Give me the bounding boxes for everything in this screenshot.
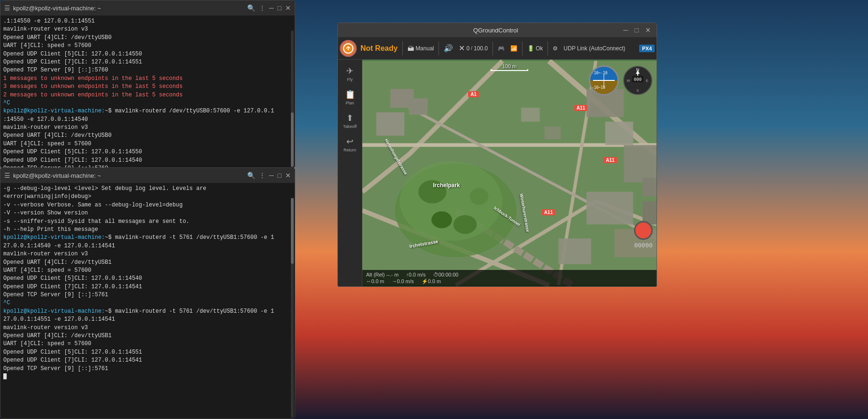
terminal-1-line-6: Opened UDP Client [7]CLI: 127.0.0.1:1455… — [3, 58, 292, 66]
waypoint-a11-2[interactable]: A11 — [603, 157, 617, 163]
qgc-sidebar: ✈ Fly 📋 Plan ⬆ Takeoff ↩ Return — [338, 60, 362, 286]
terminal-1-menu-btn[interactable]: ⋮ — [259, 4, 266, 12]
terminal-2-close-btn[interactable]: ✕ — [285, 172, 291, 179]
terminal-2-line-20: UART [4]CLI: speed = 57600 — [3, 340, 292, 348]
terminal-1-scrollbar-thumb[interactable] — [291, 112, 294, 167]
sidebar-plan-btn[interactable]: 📋 Plan — [340, 87, 360, 108]
terminal-2-line-4: -V --version Show version — [3, 209, 292, 217]
qgc-toolbar: Not Ready 🏔 Manual 🔊 ✕ 0 / 100.0 🎮 📶 — [338, 37, 657, 60]
flight-mode-label: Manual — [415, 45, 434, 52]
terminal-2-line-8: 27.0.0.1:14540 -e 127.0.0.1:14541 — [3, 242, 292, 250]
terminal-2-line-6: -h --help Print this message — [3, 226, 292, 234]
terminal-window-1: ☰ kpollz@kpollz-virtual-machine: ~ 🔍 ⋮ ─… — [0, 0, 295, 168]
terminal-2-minimize-btn[interactable]: ─ — [269, 172, 274, 179]
sidebar-return-btn[interactable]: ↩ Return — [340, 134, 360, 155]
plan-label: Plan — [345, 101, 354, 105]
terminal-2-line-13: Opened UDP Client [7]CLI: 127.0.0.1:1454… — [3, 283, 292, 291]
terminal-1-title: kpollz@kpollz-virtual-machine: ~ — [13, 5, 101, 12]
qgc-logo[interactable] — [340, 40, 357, 57]
messages-icon: ✕ — [459, 44, 465, 53]
terminal-2-line-23: Opened TCP Server [9] [::]:5761 — [3, 365, 292, 373]
sidebar-fly-btn[interactable]: ✈ Fly — [340, 63, 360, 84]
terminal-1-close-btn[interactable]: ✕ — [285, 4, 291, 12]
terminal-2-line-19: Opened UART [4]CLI: /dev/ttyUSB1 — [3, 332, 292, 340]
record-button[interactable] — [634, 221, 653, 240]
terminal-2-line-16: kpollz@kpollz-virtual-machine:~$ mavlink… — [3, 308, 292, 316]
terminal-1-line-3: Opened UART [4]CLI: /dev/ttyUSB0 — [3, 34, 292, 42]
svg-rect-17 — [376, 112, 405, 136]
takeoff-icon: ⬆ — [346, 113, 353, 123]
telemetry-item[interactable]: 📶 — [508, 44, 519, 53]
rc-icon: 🎮 — [498, 45, 505, 52]
svg-point-6 — [470, 188, 489, 205]
terminal-1-maximize-btn[interactable]: □ — [278, 4, 282, 12]
qgc-logo-icon — [343, 43, 354, 54]
terminal-2-search-icon[interactable]: 🔍 — [247, 172, 255, 179]
map-scale-bar — [491, 69, 528, 71]
svg-text:E: E — [646, 79, 648, 83]
terminal-1-search-icon[interactable]: 🔍 — [247, 4, 255, 12]
terminal-1-line-10: 2 messages to unknown endpoints in the l… — [3, 91, 292, 99]
terminal-1-line-18: Opened UDP Client [7]CLI: 127.0.0.1:1454… — [3, 157, 292, 165]
qgc-window: QGroundControl ─ □ ✕ Not Ready 🏔 Manual — [337, 23, 657, 287]
terminal-1-line-1: .1:14550 -e 127.0.0.1:14551 — [3, 17, 292, 25]
terminal-1-line-13: :14550 -e 127.0.0.1:14540 — [3, 116, 292, 124]
airspeed: →0.0 m/s — [392, 278, 414, 285]
qgc-close-btn[interactable]: ✕ — [643, 26, 653, 34]
terminal-2-maximize-btn[interactable]: □ — [278, 172, 282, 179]
toolbar-sep-1 — [402, 41, 403, 55]
toolbar-sep-3 — [493, 41, 493, 55]
terminal-2-scrollbar[interactable] — [291, 198, 294, 418]
qgc-minimize-btn[interactable]: ─ — [622, 26, 630, 34]
terminal-2-menu-btn[interactable]: ⋮ — [259, 172, 266, 179]
terminal-2-line-15: ^C — [3, 299, 292, 307]
manual-mode-item[interactable]: 🏔 Manual — [406, 44, 436, 53]
terminal-2-cursor: █ — [3, 373, 292, 381]
signal-bars-icon: 📶 — [510, 45, 517, 52]
waypoint-a1[interactable]: A1 — [468, 91, 479, 97]
attitude-indicator: -10~-10 -10~10 — [589, 65, 619, 95]
sidebar-takeoff-btn[interactable]: ⬆ Takeoff — [340, 111, 360, 131]
terminal-2-body: -g --debug-log-level <level> Set debug l… — [0, 183, 295, 419]
terminal-1-line-7: Opened TCP Server [9] [::]:5760 — [3, 66, 292, 74]
svg-rect-18 — [409, 98, 428, 115]
terminal-1-line-9: 3 messages to unknown endpoints in the l… — [3, 83, 292, 91]
volume-item[interactable]: 🔊 — [442, 43, 455, 54]
terminal-window-2: ☰ kpollz@kpollz-virtual-machine: ~ 🔍 ⋮ ─… — [0, 167, 295, 419]
svg-text:000: 000 — [634, 77, 641, 82]
terminal-1-scrollbar[interactable] — [291, 31, 294, 167]
terminal-2-scrollbar-thumb[interactable] — [291, 198, 294, 264]
udp-link-item[interactable]: UDP Link (AutoConnect) — [562, 44, 627, 53]
terminal-2-line-9: mavlink-router version v3 — [3, 250, 292, 258]
messages-pct: / — [471, 46, 472, 51]
terminal-2-titlebar-left: ☰ kpollz@kpollz-virtual-machine: ~ — [4, 172, 101, 179]
terminal-2-line-10: Opened UART [4]CLI: /dev/ttyUSB1 — [3, 259, 292, 267]
battery-item[interactable]: 🔋 Ok — [525, 44, 545, 53]
rc-signal-item[interactable]: 🎮 — [496, 44, 507, 53]
not-ready-button[interactable]: Not Ready — [359, 44, 399, 53]
terminal-2-line-2: <error|warning|info|debug> — [3, 193, 292, 201]
qgc-content: ✈ Fly 📋 Plan ⬆ Takeoff ↩ Return — [338, 60, 657, 286]
terminal-1-line-8: 1 messages to unknown endpoints in the l… — [3, 75, 292, 83]
terminal-1-line-15: Opened UART [4]CLI: /dev/ttyUSB0 — [3, 132, 292, 140]
terminal-1-menu-icon[interactable]: ☰ — [4, 4, 10, 12]
messages-count: 0 — [466, 45, 469, 52]
terminal-1-line-17: Opened UDP Client [5]CLI: 127.0.0.1:1455… — [3, 148, 292, 156]
terminal-2-line-18: mavlink-router version v3 — [3, 324, 292, 332]
svg-point-7 — [431, 211, 452, 228]
toolbar-sep-2 — [438, 41, 439, 55]
qgc-window-title: QGroundControl — [473, 27, 518, 34]
waypoint-a11-1[interactable]: A11 — [574, 105, 587, 111]
waypoint-a11-3[interactable]: A11 — [542, 209, 555, 215]
qgc-map[interactable]: 100 m A11 A11 A11 A1 Irchelpark Irchelst… — [362, 60, 657, 286]
climb-value: ↑0.0 m/s — [406, 272, 426, 277]
gps-item[interactable]: ⚙ — [551, 44, 560, 53]
messages-item[interactable]: ✕ 0 / 100.0 — [457, 43, 490, 54]
terminal-1-minimize-btn[interactable]: ─ — [269, 4, 274, 12]
svg-rect-9 — [605, 122, 633, 145]
compass-svg: N E S W 000 — [623, 65, 653, 95]
terminal-2-line-14: Opened TCP Server [9] [::]:5761 — [3, 291, 292, 299]
terminal-2-menu-icon[interactable]: ☰ — [4, 172, 10, 179]
status-row-1: Alt (Rel) --.- m ↑0.0 m/s ⏱00:00:00 — [366, 272, 653, 277]
qgc-maximize-btn[interactable]: □ — [633, 26, 641, 34]
